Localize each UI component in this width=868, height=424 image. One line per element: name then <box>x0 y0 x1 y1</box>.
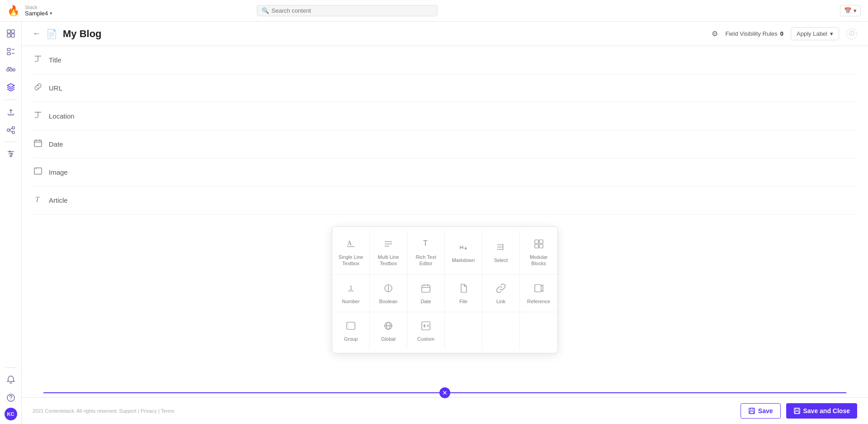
field-row-article: T Article <box>33 186 857 214</box>
stack-dropdown[interactable]: ▾ <box>50 10 52 16</box>
field-visibility-label: Field Visibility Rules <box>725 30 777 37</box>
svg-line-20 <box>9 130 12 133</box>
location-field-icon <box>33 110 43 122</box>
global-label: Global <box>381 336 396 342</box>
svg-rect-57 <box>535 244 538 248</box>
footer-actions: Save Save and Close <box>741 403 857 419</box>
search-bar[interactable]: 🔍 <box>257 5 438 16</box>
svg-rect-55 <box>535 240 538 243</box>
search-input[interactable] <box>272 7 433 14</box>
number-icon: 1 <box>344 282 357 295</box>
field-row-location: Location <box>33 102 857 130</box>
save-close-button[interactable]: Save and Close <box>786 403 858 419</box>
popup-date[interactable]: Date <box>407 275 445 312</box>
date-field-label: Date <box>49 140 63 148</box>
single-line-icon: A <box>344 238 357 250</box>
page-header: ← 📄 My Blog ⚙ Field Visibility Rules 0 A… <box>22 22 868 46</box>
sidebar-item-bell[interactable] <box>3 372 19 388</box>
link-label: Link <box>496 298 505 305</box>
popup-file[interactable]: File <box>445 275 482 312</box>
custom-icon <box>420 319 432 332</box>
sidebar-divider-1 <box>5 100 16 100</box>
popup-select[interactable]: Select <box>482 230 520 274</box>
sidebar-item-modules[interactable] <box>3 62 19 78</box>
popup-modular-blocks[interactable]: Modular Blocks <box>520 230 557 274</box>
modular-blocks-label: Modular Blocks <box>524 254 554 267</box>
privacy-link[interactable]: Privacy <box>141 408 157 414</box>
url-field-icon <box>33 82 43 94</box>
image-field-icon <box>33 167 43 178</box>
svg-rect-68 <box>347 322 355 329</box>
popup-number[interactable]: 1 Number <box>332 275 370 312</box>
sidebar-item-workflow[interactable] <box>3 122 19 138</box>
save-close-icon <box>793 407 801 414</box>
save-button[interactable]: Save <box>741 403 781 419</box>
save-close-label: Save and Close <box>803 407 850 414</box>
article-field-icon: T <box>33 195 43 206</box>
footer-copyright: 2021 Contentstack. All rights reserved. … <box>33 408 175 414</box>
popup-reference[interactable]: Reference <box>520 275 557 312</box>
chevron-down-icon: ▾ <box>830 30 833 37</box>
info-button[interactable]: ⓘ <box>846 29 857 39</box>
stack-label: Stack <box>25 5 52 10</box>
svg-point-25 <box>11 153 12 155</box>
svg-rect-18 <box>12 131 14 133</box>
support-link[interactable]: Support <box>119 408 137 414</box>
save-label: Save <box>758 407 773 414</box>
apply-label-button[interactable]: Apply Label ▾ <box>791 27 839 40</box>
terms-link[interactable]: Terms <box>161 408 175 414</box>
popup-group[interactable]: Group <box>332 312 370 349</box>
file-icon <box>457 282 470 295</box>
sidebar-item-help[interactable] <box>3 390 19 406</box>
markdown-label: Markdown <box>452 257 475 263</box>
svg-line-19 <box>9 128 12 130</box>
user-avatar[interactable]: KC <box>5 408 17 420</box>
svg-rect-35 <box>34 140 42 147</box>
svg-rect-17 <box>12 127 14 129</box>
svg-point-24 <box>9 151 10 152</box>
field-row-title: Title <box>33 46 857 74</box>
popup-link[interactable]: Link <box>482 275 520 312</box>
svg-rect-58 <box>539 244 543 248</box>
sidebar-item-upload[interactable] <box>3 104 19 120</box>
modular-blocks-icon <box>533 238 545 250</box>
popup-boolean[interactable]: Boolean <box>370 275 407 312</box>
sidebar: KC <box>0 22 22 424</box>
sidebar-item-filter[interactable] <box>3 146 19 162</box>
svg-rect-67 <box>535 285 541 292</box>
close-popup-button[interactable]: ✕ <box>439 387 450 398</box>
image-field-label: Image <box>49 168 68 176</box>
popup-markdown[interactable]: Markdown <box>445 230 482 274</box>
boolean-icon <box>382 282 395 295</box>
popup-global[interactable]: Global <box>370 312 407 349</box>
number-label: Number <box>342 298 359 305</box>
popup-row-3: Group Global <box>332 312 557 349</box>
file-label: File <box>459 298 467 305</box>
sidebar-item-layers[interactable] <box>3 80 19 96</box>
sidebar-item-fields[interactable] <box>3 43 19 60</box>
back-button[interactable]: ← <box>33 29 41 38</box>
multi-line-icon <box>382 238 395 250</box>
calendar-btn[interactable]: 📅 ▾ <box>840 5 861 16</box>
location-field-label: Location <box>49 112 75 120</box>
popup-single-line[interactable]: A Single Line Textbox <box>332 230 370 274</box>
sidebar-divider-3 <box>5 367 16 368</box>
multi-line-label: Multi Line Textbox <box>373 254 403 267</box>
content-area: ← 📄 My Blog ⚙ Field Visibility Rules 0 A… <box>22 22 868 424</box>
rich-text-icon: T <box>420 238 432 250</box>
field-visibility-rules: Field Visibility Rules 0 <box>725 30 783 37</box>
popup-custom[interactable]: Custom <box>407 312 445 349</box>
calendar-icon: 📅 <box>844 7 852 14</box>
settings-button[interactable]: ⚙ <box>712 29 718 38</box>
group-label: Group <box>344 336 358 342</box>
popup-multi-line[interactable]: Multi Line Textbox <box>370 230 407 274</box>
field-row-date: Date <box>33 130 857 158</box>
select-icon <box>495 241 507 253</box>
sidebar-item-content-model[interactable] <box>3 25 19 42</box>
popup-rich-text[interactable]: T Rich Text Editor <box>407 230 445 274</box>
page-header-right: ⚙ Field Visibility Rules 0 Apply Label ▾… <box>712 27 857 40</box>
field-type-popup: A Single Line Textbox Multi Li <box>332 226 558 353</box>
stack-info: Stack Sample4 ▾ <box>25 5 52 17</box>
page-title: My Blog <box>63 28 102 40</box>
svg-text:T: T <box>35 195 40 203</box>
